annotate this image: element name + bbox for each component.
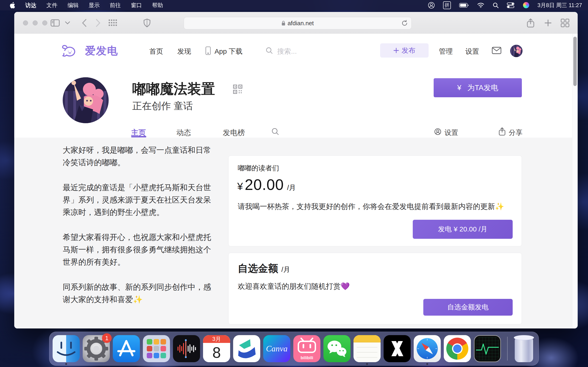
nav-app-download[interactable]: App 下载 — [215, 47, 242, 56]
menu-bar-clock[interactable]: 3月8日 周三 11:27 — [537, 2, 582, 9]
input-method-pinyin[interactable]: 拼 — [443, 1, 451, 9]
about-paragraph: 同系列新的故事、新的系列同步创作中，感谢大家的支持和喜爱✨ — [63, 281, 214, 306]
custom-support-button[interactable]: 自选金额发电 — [423, 299, 513, 316]
dock-item-docs-app[interactable] — [233, 335, 260, 362]
custom-title: 自选金额 — [238, 262, 278, 275]
creator-about: 大家好呀，我是嘟嘟，会写一点童话和日常冷笑话诗的嘟嘟。 最近完成的童话是「小壁虎… — [63, 144, 214, 318]
dock-item-safari[interactable] — [414, 335, 441, 362]
dock-item-wechat[interactable] — [323, 335, 351, 362]
mail-icon[interactable] — [492, 47, 502, 54]
menu-item-window[interactable]: 窗口 — [131, 2, 142, 9]
control-center-icon[interactable] — [507, 2, 515, 8]
search-icon[interactable] — [493, 2, 499, 8]
creator-avatar[interactable] — [63, 77, 109, 123]
privacy-shield-icon[interactable] — [140, 12, 154, 34]
about-paragraph: 大家好呀，我是嘟嘟，会写一点童话和日常冷笑话诗的嘟嘟。 — [63, 144, 214, 169]
safari-running-dot — [426, 363, 428, 365]
safari-window: afdian.net — [14, 12, 578, 328]
menu-item-finder[interactable]: 访达 — [25, 2, 36, 9]
tab-grid-icon[interactable] — [106, 12, 120, 34]
page-share-label[interactable]: 分享 — [509, 128, 523, 137]
about-paragraph: 最近完成的童话是「小壁虎托马斯和天台世界」系列，灵感来源于夏天在社区天台发呆乘凉… — [63, 181, 214, 218]
dock-item-launchpad[interactable] — [143, 335, 170, 362]
custom-title-row: 自选金额 /月 — [238, 262, 290, 275]
wifi-icon[interactable] — [477, 2, 484, 8]
menu-item-view[interactable]: 显示 — [89, 2, 100, 9]
brand-name[interactable]: 爱发电 — [85, 44, 118, 58]
plan-card: 嘟嘟的读者们 ¥ 20.00 /月 请我喝一杯热茶，支持我更好的创作，你将会在爱… — [228, 156, 522, 246]
minimize-window-button[interactable] — [33, 20, 38, 25]
calendar-day-label: 8 — [203, 343, 230, 362]
plan-amount: 20.00 — [245, 176, 284, 193]
menu-item-file[interactable]: 文件 — [46, 2, 57, 9]
browser-toolbar: afdian.net — [14, 12, 578, 34]
dock-item-system-settings[interactable]: 1 — [83, 335, 110, 362]
custom-support-button-label: 自选金额发电 — [447, 302, 489, 312]
back-icon[interactable] — [78, 12, 90, 34]
menu-item-edit[interactable]: 编辑 — [68, 2, 78, 9]
site-search-icon[interactable] — [266, 47, 273, 54]
close-window-button[interactable] — [23, 20, 28, 25]
scrollbar-track[interactable] — [572, 34, 578, 328]
apple-menu-icon[interactable] — [9, 2, 15, 9]
dock-item-chrome[interactable] — [444, 335, 471, 362]
currency-symbol: ¥ — [457, 83, 461, 92]
support-creator-label: 为TA发电 — [467, 83, 498, 93]
publish-button-label: 发布 — [402, 46, 415, 55]
nav-settings[interactable]: 设置 — [465, 47, 479, 56]
dock-divider — [507, 337, 508, 361]
menu-bar: 访达 文件 编辑 显示 前往 窗口 帮助 拼 — [0, 0, 588, 10]
qr-code-icon[interactable] — [233, 84, 242, 94]
dock-item-trash[interactable] — [514, 335, 534, 362]
phone-icon — [205, 46, 211, 55]
nav-home[interactable]: 首页 — [149, 47, 163, 56]
tab-rank[interactable]: 发电榜 — [223, 128, 245, 138]
user-avatar[interactable] — [510, 45, 523, 57]
menu-item-help[interactable]: 帮助 — [152, 2, 163, 9]
dock-item-voice-memos[interactable] — [173, 335, 200, 362]
user-circle-icon[interactable] — [428, 2, 435, 9]
forward-icon[interactable] — [92, 12, 104, 34]
page-share-icon[interactable] — [499, 127, 506, 135]
dock-item-bilibili[interactable]: bilibili — [293, 335, 320, 362]
dock-item-capcut[interactable] — [384, 335, 411, 362]
dock-item-finder[interactable] — [52, 335, 80, 362]
plan-price: ¥ 20.00 /月 — [237, 176, 296, 193]
nav-manage[interactable]: 管理 — [439, 47, 453, 56]
dock-item-activity-monitor[interactable] — [474, 335, 501, 362]
afdian-logo-icon[interactable] — [61, 44, 77, 58]
share-icon[interactable] — [524, 12, 537, 34]
calendar-month-label: 3月 — [203, 335, 230, 343]
custom-amount-card: 自选金额 /月 欢迎喜欢童话的朋友们随机打赏💜 自选金额发电 — [228, 253, 522, 324]
chevron-down-icon[interactable] — [63, 12, 72, 34]
site-search-placeholder[interactable]: 搜索... — [277, 47, 297, 56]
siri-icon[interactable] — [523, 2, 529, 8]
battery-icon[interactable] — [459, 3, 469, 8]
support-creator-button[interactable]: ¥ 为TA发电 — [434, 78, 522, 97]
finder-running-dot — [65, 363, 67, 365]
dock-item-calendar[interactable]: 3月 8 — [203, 335, 230, 362]
about-paragraph: 希望大家看得开心，也祝愿大家和小壁虎托马斯一样，拥有很多很多勇气继续拥抱这个世界… — [63, 231, 214, 268]
menu-item-go[interactable]: 前往 — [110, 2, 121, 9]
zoom-window-button[interactable] — [42, 20, 47, 25]
publish-button[interactable]: 发布 — [380, 43, 429, 58]
reload-icon[interactable] — [402, 20, 408, 27]
plan-support-button[interactable]: 发电 ¥ 20.00 /月 — [413, 220, 513, 239]
dock-item-canva[interactable]: Canva — [263, 335, 290, 362]
tab-search-icon[interactable] — [271, 128, 279, 135]
canva-label: Canva — [266, 344, 288, 353]
sidebar-icon[interactable] — [48, 12, 62, 34]
address-bar[interactable]: afdian.net — [184, 17, 412, 29]
tab-feed[interactable]: 动态 — [176, 128, 191, 138]
page-settings-label[interactable]: 设置 — [444, 128, 458, 137]
dock-item-app-store[interactable] — [113, 335, 140, 362]
page-settings-icon[interactable] — [434, 128, 441, 135]
scrollbar-thumb[interactable] — [573, 37, 577, 86]
plan-currency: ¥ — [237, 181, 243, 192]
settings-notification-badge: 1 — [102, 333, 112, 343]
new-tab-icon[interactable] — [541, 12, 555, 34]
plan-support-button-label: 发电 ¥ 20.00 /月 — [438, 225, 487, 234]
dock-item-notes[interactable] — [354, 335, 380, 362]
nav-discover[interactable]: 发现 — [177, 47, 191, 56]
tab-overview-icon[interactable] — [558, 12, 572, 34]
